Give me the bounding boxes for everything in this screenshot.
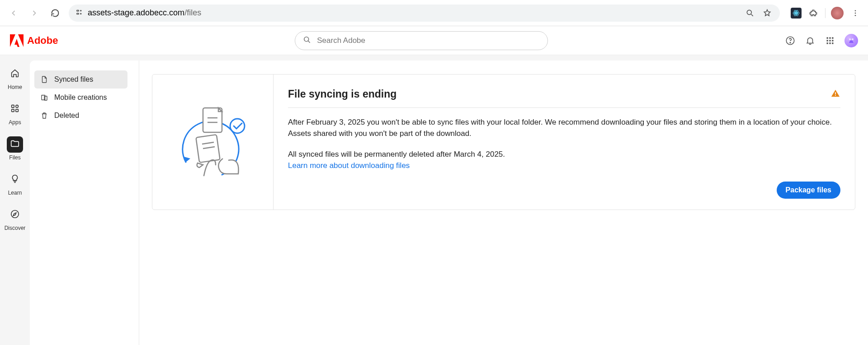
rail-label: Apps: [9, 119, 21, 126]
sidebar-item-label: Synced files: [54, 75, 93, 84]
svg-point-14: [790, 42, 791, 43]
header-right: [785, 34, 858, 47]
rail-label: Home: [8, 84, 22, 90]
svg-rect-23: [832, 42, 833, 44]
browser-back-button[interactable]: [6, 6, 21, 20]
banner-paragraph-2: All synced files will be permanently del…: [288, 149, 840, 171]
browser-menu-icon[interactable]: [849, 7, 862, 19]
files-sidebar: Synced files Mobile creations Deleted: [30, 61, 139, 345]
svg-point-2: [80, 10, 81, 11]
zoom-icon[interactable]: [744, 7, 756, 19]
bookmark-star-icon[interactable]: [761, 7, 774, 19]
extension-react-icon[interactable]: [791, 8, 802, 19]
banner-actions: Package files: [288, 182, 840, 199]
svg-point-25: [852, 38, 854, 40]
banner-title: File syncing is ending: [288, 88, 396, 100]
sidebar-item-label: Deleted: [54, 112, 79, 120]
browser-toolbar: assets-stage.adobecc.com/files: [0, 0, 868, 26]
site-info-icon[interactable]: [75, 8, 83, 18]
svg-point-9: [855, 10, 856, 11]
svg-point-5: [796, 12, 797, 14]
browser-profile-avatar[interactable]: [831, 7, 844, 19]
rail-item-learn[interactable]: Learn: [0, 169, 30, 199]
sync-illustration-icon: [172, 99, 254, 185]
svg-point-30: [11, 210, 19, 218]
home-icon: [10, 68, 20, 80]
rail-item-files[interactable]: Files: [0, 134, 30, 163]
user-avatar[interactable]: [844, 34, 858, 47]
adobe-logo[interactable]: Adobe: [10, 34, 58, 47]
warning-triangle-icon: [830, 89, 840, 100]
banner-body: File syncing is ending After February 3,…: [274, 75, 855, 210]
svg-rect-19: [829, 40, 830, 41]
url-host: assets-stage.adobecc.com: [88, 8, 184, 17]
svg-rect-20: [832, 40, 833, 41]
app-switcher-icon[interactable]: [825, 35, 835, 46]
svg-rect-15: [826, 37, 828, 38]
banner-p2-text: All synced files will be permanently del…: [288, 150, 505, 159]
sidebar-item-label: Mobile creations: [54, 93, 107, 102]
svg-rect-18: [826, 40, 828, 41]
content-wrap: Synced files Mobile creations Deleted: [30, 61, 868, 345]
app-header: Adobe: [0, 26, 868, 55]
compass-icon: [10, 209, 20, 221]
rail-label: Files: [9, 154, 20, 161]
rail-item-apps[interactable]: Apps: [0, 98, 30, 128]
svg-rect-40: [835, 92, 836, 94]
notifications-bell-icon[interactable]: [805, 35, 816, 46]
rail-item-home[interactable]: Home: [0, 63, 30, 93]
svg-rect-0: [77, 10, 79, 11]
separator: [825, 8, 826, 18]
package-files-button[interactable]: Package files: [777, 182, 840, 199]
sidebar-item-synced-files[interactable]: Synced files: [34, 70, 127, 89]
svg-rect-1: [77, 13, 79, 14]
svg-point-24: [849, 38, 851, 40]
svg-point-11: [855, 14, 856, 16]
svg-rect-26: [12, 105, 14, 108]
svg-point-12: [304, 37, 309, 41]
url-path: /files: [184, 8, 201, 17]
sidebar-item-deleted[interactable]: Deleted: [34, 107, 127, 125]
svg-rect-21: [826, 42, 828, 44]
banner-paragraph-1: After February 3, 2025 you won't be able…: [288, 117, 840, 139]
extensions-puzzle-icon[interactable]: [807, 7, 820, 19]
search-icon: [302, 35, 311, 46]
app-body: Home Apps Files Learn Discover Synced fi…: [0, 55, 868, 345]
trash-icon: [40, 111, 49, 120]
adobe-a-icon: [10, 34, 24, 47]
search-input[interactable]: [317, 36, 540, 45]
sidebar-item-mobile-creations[interactable]: Mobile creations: [34, 89, 127, 107]
apps-icon: [10, 103, 20, 115]
svg-point-4: [747, 10, 751, 14]
rail-item-discover[interactable]: Discover: [0, 204, 30, 234]
svg-point-10: [855, 12, 856, 14]
help-icon[interactable]: [785, 35, 796, 46]
browser-right-controls: [791, 7, 862, 19]
folder-icon: [10, 139, 20, 150]
learn-more-link[interactable]: Learn more about downloading files: [288, 161, 410, 170]
svg-point-27: [16, 105, 19, 108]
svg-point-39: [230, 119, 245, 133]
svg-rect-17: [832, 37, 833, 38]
browser-forward-button[interactable]: [27, 6, 42, 20]
sync-ending-banner: File syncing is ending After February 3,…: [152, 74, 855, 210]
file-icon: [40, 75, 49, 84]
left-rail: Home Apps Files Learn Discover: [0, 55, 30, 345]
banner-illustration: [152, 75, 274, 210]
svg-rect-22: [829, 42, 830, 44]
main-content: File syncing is ending After February 3,…: [139, 66, 868, 345]
lightbulb-icon: [10, 174, 20, 186]
browser-url-bar[interactable]: assets-stage.adobecc.com/files: [69, 5, 780, 22]
svg-rect-16: [829, 37, 830, 38]
devices-icon: [40, 93, 49, 102]
svg-rect-28: [12, 109, 14, 112]
svg-rect-36: [196, 135, 220, 163]
svg-point-3: [80, 13, 81, 14]
banner-heading: File syncing is ending: [288, 88, 840, 108]
search-box[interactable]: [295, 31, 548, 50]
svg-rect-29: [16, 109, 19, 112]
url-text: assets-stage.adobecc.com/files: [88, 8, 201, 18]
browser-reload-button[interactable]: [48, 6, 62, 20]
rail-label: Discover: [5, 225, 26, 231]
svg-rect-41: [835, 95, 836, 96]
